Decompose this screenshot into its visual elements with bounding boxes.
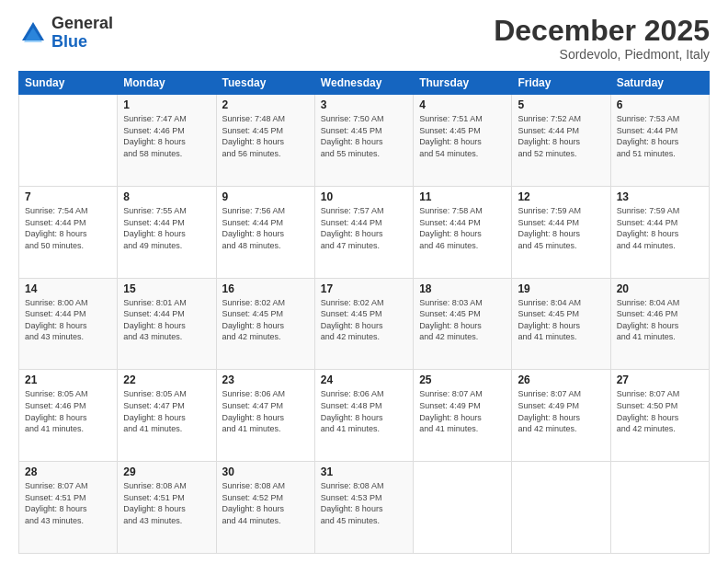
- header-row: Sunday Monday Tuesday Wednesday Thursday…: [19, 72, 710, 95]
- day-detail: Sunrise: 7:56 AMSunset: 4:44 PMDaylight:…: [222, 205, 309, 251]
- day-number: 20: [617, 282, 703, 295]
- col-wednesday: Wednesday: [314, 72, 413, 95]
- day-detail: Sunrise: 7:57 AMSunset: 4:44 PMDaylight:…: [321, 205, 407, 251]
- day-detail: Sunrise: 8:05 AMSunset: 4:47 PMDaylight:…: [123, 388, 210, 434]
- day-cell: 11Sunrise: 7:58 AMSunset: 4:44 PMDayligh…: [414, 186, 512, 278]
- day-cell: [19, 95, 118, 187]
- logo-general-text: General: [51, 15, 113, 33]
- day-number: 2: [222, 98, 309, 111]
- day-cell: 25Sunrise: 8:07 AMSunset: 4:49 PMDayligh…: [414, 370, 512, 462]
- day-number: 22: [123, 373, 210, 386]
- day-cell: 18Sunrise: 8:03 AMSunset: 4:45 PMDayligh…: [414, 278, 512, 370]
- day-cell: [414, 462, 512, 554]
- col-sunday: Sunday: [19, 72, 118, 95]
- day-cell: 16Sunrise: 8:02 AMSunset: 4:45 PMDayligh…: [216, 278, 314, 370]
- col-tuesday: Tuesday: [216, 72, 314, 95]
- day-number: 25: [419, 373, 506, 386]
- day-number: 14: [25, 282, 111, 295]
- week-row-3: 14Sunrise: 8:00 AMSunset: 4:44 PMDayligh…: [19, 278, 710, 370]
- day-number: 23: [222, 373, 309, 386]
- calendar-body: 1Sunrise: 7:47 AMSunset: 4:46 PMDaylight…: [19, 95, 710, 554]
- week-row-5: 28Sunrise: 8:07 AMSunset: 4:51 PMDayligh…: [19, 462, 710, 554]
- day-number: 29: [123, 465, 210, 478]
- subtitle: Sordevolo, Piedmont, Italy: [494, 47, 710, 62]
- day-number: 3: [321, 98, 407, 111]
- day-detail: Sunrise: 8:06 AMSunset: 4:47 PMDaylight:…: [222, 388, 309, 434]
- calendar: Sunday Monday Tuesday Wednesday Thursday…: [18, 71, 710, 554]
- day-number: 27: [617, 373, 703, 386]
- week-row-2: 7Sunrise: 7:54 AMSunset: 4:44 PMDaylight…: [19, 186, 710, 278]
- day-detail: Sunrise: 7:59 AMSunset: 4:44 PMDaylight:…: [518, 205, 604, 251]
- day-cell: 2Sunrise: 7:48 AMSunset: 4:45 PMDaylight…: [216, 95, 314, 187]
- day-detail: Sunrise: 8:08 AMSunset: 4:52 PMDaylight:…: [222, 480, 309, 526]
- day-cell: 15Sunrise: 8:01 AMSunset: 4:44 PMDayligh…: [118, 278, 216, 370]
- day-detail: Sunrise: 7:48 AMSunset: 4:45 PMDaylight:…: [222, 113, 309, 159]
- day-cell: 14Sunrise: 8:00 AMSunset: 4:44 PMDayligh…: [19, 278, 118, 370]
- day-cell: 7Sunrise: 7:54 AMSunset: 4:44 PMDaylight…: [19, 186, 118, 278]
- calendar-table: Sunday Monday Tuesday Wednesday Thursday…: [18, 71, 710, 554]
- day-detail: Sunrise: 8:08 AMSunset: 4:51 PMDaylight:…: [123, 480, 210, 526]
- day-detail: Sunrise: 8:06 AMSunset: 4:48 PMDaylight:…: [321, 388, 407, 434]
- day-detail: Sunrise: 8:02 AMSunset: 4:45 PMDaylight:…: [222, 297, 309, 343]
- day-cell: 4Sunrise: 7:51 AMSunset: 4:45 PMDaylight…: [414, 95, 512, 187]
- day-cell: 10Sunrise: 7:57 AMSunset: 4:44 PMDayligh…: [314, 186, 413, 278]
- logo: General Blue: [18, 15, 113, 52]
- day-detail: Sunrise: 7:54 AMSunset: 4:44 PMDaylight:…: [25, 205, 111, 251]
- week-row-1: 1Sunrise: 7:47 AMSunset: 4:46 PMDaylight…: [19, 95, 710, 187]
- day-detail: Sunrise: 8:04 AMSunset: 4:46 PMDaylight:…: [617, 297, 703, 343]
- day-number: 19: [518, 282, 604, 295]
- day-number: 13: [617, 190, 703, 203]
- day-number: 18: [419, 282, 506, 295]
- day-detail: Sunrise: 7:50 AMSunset: 4:45 PMDaylight:…: [321, 113, 407, 159]
- day-number: 21: [25, 373, 111, 386]
- day-number: 4: [419, 98, 506, 111]
- day-cell: 27Sunrise: 8:07 AMSunset: 4:50 PMDayligh…: [610, 370, 709, 462]
- day-number: 30: [222, 465, 309, 478]
- logo-blue-text: Blue: [51, 33, 113, 52]
- calendar-header: Sunday Monday Tuesday Wednesday Thursday…: [19, 72, 710, 95]
- day-cell: 17Sunrise: 8:02 AMSunset: 4:45 PMDayligh…: [314, 278, 413, 370]
- day-detail: Sunrise: 8:04 AMSunset: 4:45 PMDaylight:…: [518, 297, 604, 343]
- day-detail: Sunrise: 8:05 AMSunset: 4:46 PMDaylight:…: [25, 388, 111, 434]
- day-cell: 30Sunrise: 8:08 AMSunset: 4:52 PMDayligh…: [216, 462, 314, 554]
- day-cell: 29Sunrise: 8:08 AMSunset: 4:51 PMDayligh…: [118, 462, 216, 554]
- day-number: 17: [321, 282, 407, 295]
- day-detail: Sunrise: 8:07 AMSunset: 4:49 PMDaylight:…: [518, 388, 604, 434]
- day-detail: Sunrise: 7:52 AMSunset: 4:44 PMDaylight:…: [518, 113, 604, 159]
- day-cell: 19Sunrise: 8:04 AMSunset: 4:45 PMDayligh…: [512, 278, 610, 370]
- day-detail: Sunrise: 7:59 AMSunset: 4:44 PMDaylight:…: [617, 205, 703, 251]
- day-number: 31: [321, 465, 407, 478]
- day-detail: Sunrise: 8:02 AMSunset: 4:45 PMDaylight:…: [321, 297, 407, 343]
- day-detail: Sunrise: 7:51 AMSunset: 4:45 PMDaylight:…: [419, 113, 506, 159]
- day-number: 24: [321, 373, 407, 386]
- day-cell: 26Sunrise: 8:07 AMSunset: 4:49 PMDayligh…: [512, 370, 610, 462]
- logo-text: General Blue: [51, 15, 113, 52]
- day-cell: 21Sunrise: 8:05 AMSunset: 4:46 PMDayligh…: [19, 370, 118, 462]
- day-number: 15: [123, 282, 210, 295]
- day-number: 8: [123, 190, 210, 203]
- day-number: 10: [321, 190, 407, 203]
- day-cell: 5Sunrise: 7:52 AMSunset: 4:44 PMDaylight…: [512, 95, 610, 187]
- day-cell: 13Sunrise: 7:59 AMSunset: 4:44 PMDayligh…: [610, 186, 709, 278]
- month-title: December 2025: [494, 15, 710, 47]
- day-number: 28: [25, 465, 111, 478]
- day-number: 6: [617, 98, 703, 111]
- day-number: 16: [222, 282, 309, 295]
- day-number: 11: [419, 190, 506, 203]
- day-cell: 23Sunrise: 8:06 AMSunset: 4:47 PMDayligh…: [216, 370, 314, 462]
- day-number: 12: [518, 190, 604, 203]
- day-detail: Sunrise: 7:58 AMSunset: 4:44 PMDaylight:…: [419, 205, 506, 251]
- day-detail: Sunrise: 8:07 AMSunset: 4:51 PMDaylight:…: [25, 480, 111, 526]
- logo-icon: [18, 18, 48, 48]
- day-cell: 24Sunrise: 8:06 AMSunset: 4:48 PMDayligh…: [314, 370, 413, 462]
- day-number: 1: [123, 98, 210, 111]
- day-detail: Sunrise: 7:53 AMSunset: 4:44 PMDaylight:…: [617, 113, 703, 159]
- day-cell: 9Sunrise: 7:56 AMSunset: 4:44 PMDaylight…: [216, 186, 314, 278]
- header: General Blue December 2025 Sordevolo, Pi…: [18, 15, 710, 62]
- col-friday: Friday: [512, 72, 610, 95]
- page: General Blue December 2025 Sordevolo, Pi…: [0, 0, 728, 563]
- day-number: 9: [222, 190, 309, 203]
- day-cell: 12Sunrise: 7:59 AMSunset: 4:44 PMDayligh…: [512, 186, 610, 278]
- day-detail: Sunrise: 7:55 AMSunset: 4:44 PMDaylight:…: [123, 205, 210, 251]
- day-cell: [610, 462, 709, 554]
